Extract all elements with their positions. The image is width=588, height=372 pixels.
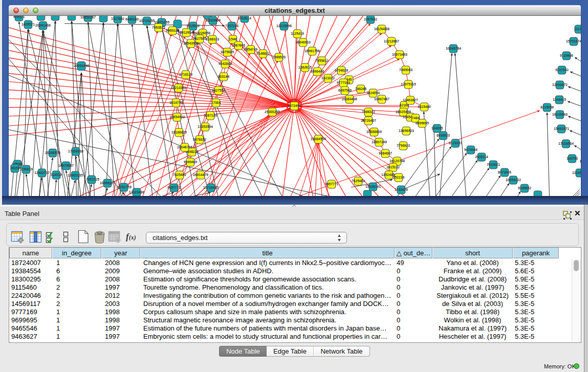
svg-text:9242848: 9242848 bbox=[219, 62, 232, 65]
svg-text:3267130: 3267130 bbox=[204, 114, 217, 117]
svg-text:9084067: 9084067 bbox=[379, 151, 392, 155]
svg-text:2718129: 2718129 bbox=[179, 73, 192, 76]
svg-text:6466160: 6466160 bbox=[125, 17, 139, 21]
svg-text:16640910: 16640910 bbox=[295, 40, 311, 44]
svg-text:10719155: 10719155 bbox=[139, 19, 155, 23]
svg-text:6497568: 6497568 bbox=[338, 89, 352, 92]
svg-text:10807487: 10807487 bbox=[374, 97, 389, 101]
svg-text:8471626: 8471626 bbox=[498, 170, 511, 174]
svg-text:803144: 803144 bbox=[218, 75, 230, 78]
svg-text:19166825: 19166825 bbox=[171, 130, 187, 134]
svg-text:16120746: 16120746 bbox=[389, 159, 405, 163]
svg-text:252214: 252214 bbox=[393, 176, 405, 179]
svg-text:7663822: 7663822 bbox=[152, 26, 165, 29]
svg-text:16033809: 16033809 bbox=[205, 18, 221, 22]
svg-text:12093872: 12093872 bbox=[552, 83, 568, 86]
svg-text:17359938: 17359938 bbox=[68, 149, 83, 153]
svg-text:1546: 1546 bbox=[229, 37, 237, 41]
svg-text:114519: 114519 bbox=[51, 173, 62, 177]
svg-text:11173: 11173 bbox=[574, 27, 581, 31]
svg-text:10688609: 10688609 bbox=[366, 130, 382, 134]
svg-text:9245652: 9245652 bbox=[518, 186, 531, 190]
svg-text:10853287: 10853287 bbox=[80, 16, 96, 19]
svg-text:8813014: 8813014 bbox=[238, 16, 251, 20]
svg-text:9146821: 9146821 bbox=[256, 52, 270, 55]
svg-text:1156819: 1156819 bbox=[19, 167, 33, 171]
svg-text:16914479: 16914479 bbox=[193, 173, 208, 177]
svg-text:17016504: 17016504 bbox=[558, 142, 574, 145]
svg-text:405571: 405571 bbox=[13, 16, 25, 18]
svg-text:7955812: 7955812 bbox=[315, 59, 329, 62]
svg-text:3624554: 3624554 bbox=[366, 91, 380, 95]
svg-text:9327505: 9327505 bbox=[193, 37, 206, 40]
svg-text:3875685: 3875685 bbox=[221, 50, 234, 54]
svg-text:8878332: 8878332 bbox=[193, 138, 206, 141]
svg-text:12905135: 12905135 bbox=[68, 173, 83, 177]
svg-text:13218596: 13218596 bbox=[276, 24, 292, 28]
svg-text:20206578: 20206578 bbox=[45, 151, 60, 155]
svg-text:16154838: 16154838 bbox=[374, 27, 389, 31]
svg-text:11463627: 11463627 bbox=[403, 98, 418, 102]
svg-text:1362615: 1362615 bbox=[298, 65, 312, 69]
svg-text:13226058: 13226058 bbox=[195, 31, 210, 35]
svg-text:1872400: 1872400 bbox=[288, 104, 301, 107]
svg-text:20691406: 20691406 bbox=[35, 24, 51, 27]
svg-text:12975115: 12975115 bbox=[401, 82, 416, 86]
svg-text:9474444: 9474444 bbox=[464, 148, 477, 151]
svg-text:20053346: 20053346 bbox=[74, 64, 89, 68]
svg-text:9657771: 9657771 bbox=[167, 186, 181, 189]
svg-text:16543962: 16543962 bbox=[183, 41, 199, 45]
svg-text:1010755: 1010755 bbox=[169, 101, 183, 104]
svg-text:7756923: 7756923 bbox=[397, 144, 410, 147]
svg-text:6179197: 6179197 bbox=[449, 141, 462, 145]
svg-text:7357224: 7357224 bbox=[225, 24, 238, 28]
svg-text:1588520: 1588520 bbox=[272, 55, 286, 59]
svg-text:9657771: 9657771 bbox=[325, 182, 338, 186]
svg-text:8938923: 8938923 bbox=[437, 134, 450, 137]
svg-text:12245612: 12245612 bbox=[572, 171, 581, 174]
svg-text:10958127: 10958127 bbox=[100, 181, 115, 185]
svg-text:7625402: 7625402 bbox=[173, 173, 186, 177]
svg-text:1244415: 1244415 bbox=[553, 98, 566, 101]
svg-text:2867608: 2867608 bbox=[232, 43, 245, 47]
svg-text:12213383: 12213383 bbox=[171, 86, 186, 90]
svg-text:1125419: 1125419 bbox=[291, 32, 304, 35]
svg-text:12923488: 12923488 bbox=[129, 190, 144, 194]
svg-text:16046798: 16046798 bbox=[177, 145, 192, 149]
svg-text:9777169: 9777169 bbox=[337, 81, 350, 84]
svg-text:1733426: 1733426 bbox=[395, 188, 408, 191]
svg-text:2387682: 2387682 bbox=[364, 17, 377, 21]
svg-text:15716485: 15716485 bbox=[203, 186, 219, 189]
svg-text:116753: 116753 bbox=[567, 157, 578, 160]
svg-text:7485003: 7485003 bbox=[399, 68, 412, 72]
svg-text:1621022: 1621022 bbox=[321, 76, 335, 80]
svg-text:1405571: 1405571 bbox=[21, 23, 35, 26]
svg-text:7986322: 7986322 bbox=[362, 110, 375, 114]
svg-text:8186323: 8186323 bbox=[206, 37, 219, 41]
svg-text:9115460: 9115460 bbox=[418, 105, 431, 108]
svg-text:1615132: 1615132 bbox=[386, 165, 400, 169]
svg-text:8427552: 8427552 bbox=[212, 89, 225, 92]
svg-text:19654933: 19654933 bbox=[169, 115, 185, 119]
svg-text:16961758: 16961758 bbox=[304, 49, 320, 53]
svg-text:16782759: 16782759 bbox=[116, 185, 132, 189]
svg-text:15720407: 15720407 bbox=[361, 119, 376, 122]
svg-text:39153: 39153 bbox=[10, 166, 20, 170]
svg-text:6899695: 6899695 bbox=[416, 121, 429, 125]
svg-text:8215958: 8215958 bbox=[540, 105, 554, 109]
svg-text:7625402: 7625402 bbox=[352, 179, 365, 183]
svg-text:9099469: 9099469 bbox=[184, 160, 197, 164]
svg-text:15751074: 15751074 bbox=[566, 39, 581, 43]
svg-text:10975657: 10975657 bbox=[58, 164, 74, 167]
svg-text:25300295: 25300295 bbox=[265, 110, 280, 114]
svg-text:18807249: 18807249 bbox=[372, 140, 387, 144]
svg-text:8454749: 8454749 bbox=[244, 48, 257, 51]
svg-text:19384554: 19384554 bbox=[311, 137, 326, 141]
svg-text:12213967: 12213967 bbox=[384, 39, 399, 43]
svg-text:1527602: 1527602 bbox=[111, 17, 124, 20]
svg-text:10654122: 10654122 bbox=[506, 178, 521, 182]
svg-text:16210643: 16210643 bbox=[552, 113, 568, 116]
svg-text:20364436: 20364436 bbox=[342, 97, 357, 101]
svg-text:12942737: 12942737 bbox=[34, 171, 50, 174]
svg-text:164095: 164095 bbox=[431, 126, 443, 130]
